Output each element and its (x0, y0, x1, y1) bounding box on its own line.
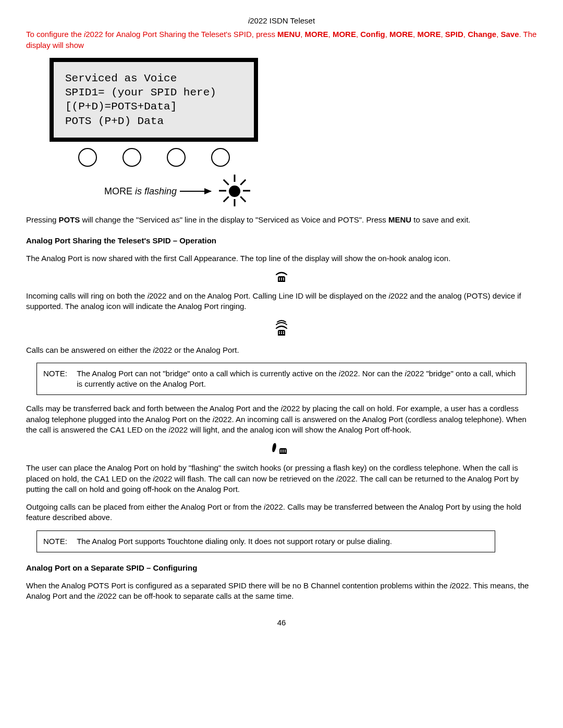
op4a: Calls may be transferred back and forth … (26, 404, 281, 413)
op3a: Calls can be answered on either the (26, 346, 153, 354)
softkey-3[interactable] (167, 148, 186, 167)
onhook-icon-row (26, 272, 537, 286)
note1-text: The Analog Port can not "bridge" onto a … (77, 368, 517, 390)
isflash-word: is flashing (135, 186, 177, 196)
intro-modelrest: 2022 for Analog Port Sharing the Teleset… (85, 30, 277, 39)
p1b: POTS (59, 215, 80, 224)
op-p4: Calls may be transferred back and forth … (26, 403, 537, 435)
note2-label: NOTE: (43, 536, 75, 547)
seq-spid: SPID (445, 30, 463, 39)
lcd-screen: Serviced as Voice SPID1= (your SPID here… (50, 58, 258, 142)
note1-label: NOTE: (43, 368, 75, 379)
ringing-icon-row (26, 319, 537, 339)
intro-pre: To configure the (26, 30, 84, 39)
seq-more4: MORE (417, 30, 440, 39)
svg-rect-12 (280, 450, 282, 451)
softkey-2[interactable] (123, 148, 141, 167)
note-box-2: NOTE: The Analog Port supports Touchtone… (36, 530, 495, 552)
svg-rect-5 (283, 279, 284, 280)
lcd-line2: SPID1= (your SPID here) (65, 87, 216, 98)
phone-onhook-icon (274, 272, 289, 286)
lcd-line4: POTS (P+D) Data (65, 115, 164, 127)
seq-more2: MORE (333, 30, 356, 39)
svg-rect-3 (279, 279, 280, 280)
more-flashing-label: MORE is flashing (104, 185, 177, 198)
para-pots-menu: Pressing POTS will change the "Serviced … (26, 215, 537, 225)
p1e: to save and exit. (411, 215, 470, 224)
lcd-line3: [(P+D)=POTS+Data] (65, 101, 177, 113)
svg-rect-8 (283, 331, 284, 332)
phone-ringing-icon (274, 319, 289, 339)
svg-rect-4 (281, 279, 282, 280)
phone-offhook-icon (272, 442, 291, 458)
seq-more1: MORE (305, 30, 328, 39)
svg-rect-1 (281, 278, 282, 279)
offhook-icon-row (26, 442, 537, 458)
heading-operation: Analog Port Sharing the Teleset's SPID –… (26, 236, 537, 246)
svg-rect-16 (283, 451, 284, 452)
sep1a: When the Analog POTS Port is configured … (26, 581, 450, 590)
seq-change: Change (468, 30, 496, 39)
sep1c: 2022 can be off-hook to separate calls a… (99, 591, 293, 600)
seq-more3: MORE (389, 30, 413, 39)
more-flashing-row: MORE is flashing (50, 173, 258, 209)
svg-rect-6 (279, 331, 280, 332)
svg-rect-14 (285, 450, 286, 451)
op-p3: Calls can be answered on either the i202… (26, 345, 537, 355)
seq-menu: MENU (277, 30, 300, 39)
p1d: MENU (388, 215, 411, 224)
p1a: Pressing (26, 215, 59, 224)
op-p1: The Analog Port is now shared with the f… (26, 253, 537, 264)
op2a: Incoming calls will ring on both the (26, 291, 148, 300)
page-header: i2022 ISDN Teleset (26, 16, 537, 26)
seq-config: Config (360, 30, 385, 39)
svg-rect-15 (280, 451, 282, 452)
svg-rect-9 (279, 333, 280, 334)
note2-text: The Analog Port supports Touchtone diali… (77, 536, 485, 547)
op2b: 2022 and on the Analog Port. Calling Lin… (149, 291, 388, 300)
lcd-line1: Serviced as Voice (65, 72, 177, 84)
softkey-1[interactable] (78, 148, 97, 167)
arrow-icon (180, 191, 211, 192)
intro-paragraph: To configure the i2022 for Analog Port S… (26, 29, 537, 51)
svg-rect-13 (283, 450, 284, 451)
sep-p1: When the Analog POTS Port is configured … (26, 581, 537, 602)
svg-rect-17 (285, 451, 286, 452)
svg-rect-0 (279, 278, 280, 279)
op-p5: The user can place the Analog Port on ho… (26, 463, 537, 495)
header-rest: 2022 ISDN Teleset (250, 16, 315, 25)
note-box-1: NOTE: The Analog Port can not "bridge" o… (36, 363, 527, 396)
op3b: 2022 or the Analog Port. (155, 346, 239, 354)
seq-save: Save (501, 30, 519, 39)
flashing-led-icon (216, 173, 253, 209)
more-word: MORE (104, 186, 135, 196)
op6a: Outgoing calls can be placed from either… (26, 502, 264, 511)
page-number: 46 (26, 618, 537, 628)
svg-rect-10 (281, 333, 282, 334)
op-p2: Incoming calls will ring on both the i20… (26, 291, 537, 312)
p1c: will change the "Serviced as" line in th… (80, 215, 388, 224)
op4d: 2022 will light, and the analog icon wil… (170, 425, 412, 434)
op5b: 2022 will flash. The call can now be ret… (155, 474, 336, 483)
n1a: The Analog Port can not "bridge" onto a … (77, 369, 339, 378)
softkey-row (50, 142, 258, 170)
teleset-display-unit: Serviced as Voice SPID1= (your SPID here… (50, 58, 258, 209)
op-p6: Outgoing calls can be placed from either… (26, 502, 537, 523)
svg-rect-2 (283, 278, 284, 279)
svg-rect-7 (281, 331, 282, 332)
heading-separate-spid: Analog Port on a Separate SPID – Configu… (26, 563, 537, 573)
n1b: 2022. Nor can the (340, 369, 405, 378)
svg-rect-11 (283, 333, 284, 334)
softkey-4[interactable] (211, 148, 230, 167)
